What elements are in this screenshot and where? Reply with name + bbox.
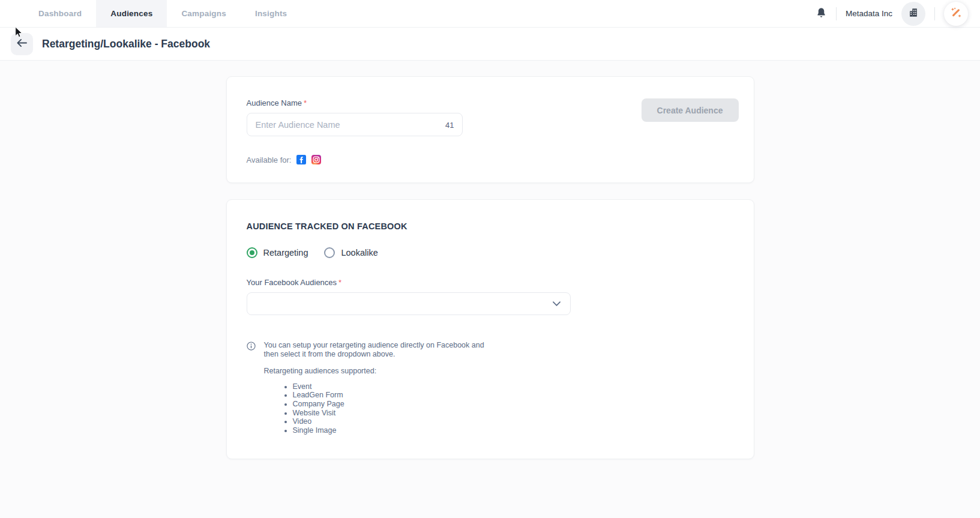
audience-name-field: Audience Name* 41 Available for: bbox=[247, 98, 463, 164]
audience-name-label: Audience Name* bbox=[247, 98, 463, 107]
list-item: Single Image bbox=[293, 426, 499, 435]
audience-name-card: Audience Name* 41 Available for: bbox=[226, 76, 754, 183]
audience-tracked-card: AUDIENCE TRACKED ON FACEBOOK Retargeting… bbox=[226, 199, 754, 459]
back-arrow-icon bbox=[16, 38, 28, 49]
top-navigation: Dashboard Audiences Campaigns Insights M… bbox=[0, 0, 980, 28]
available-for-row: Available for: bbox=[247, 155, 463, 164]
info-text: You can setup your retargeting audience … bbox=[264, 341, 499, 435]
building-icon bbox=[907, 7, 919, 20]
create-audience-button[interactable]: Create Audience bbox=[642, 98, 739, 122]
page-header: Retargeting/Lookalike - Facebook bbox=[0, 28, 980, 61]
facebook-audiences-label: Your Facebook Audiences* bbox=[247, 278, 734, 287]
magic-wand-icon bbox=[949, 6, 963, 21]
radio-retargeting-label: Retargeting bbox=[263, 248, 308, 257]
list-item: Website Visit bbox=[293, 409, 499, 418]
chevron-down-icon bbox=[553, 301, 561, 306]
radio-selected-icon bbox=[247, 247, 257, 258]
list-item: LeadGen Form bbox=[293, 391, 499, 400]
divider bbox=[836, 7, 837, 20]
required-asterisk: * bbox=[304, 98, 307, 107]
audience-type-radio-group: Retargeting Lookalike bbox=[247, 247, 734, 258]
list-item: Video bbox=[293, 417, 499, 426]
required-asterisk: * bbox=[338, 278, 341, 287]
char-counter: 41 bbox=[445, 120, 454, 129]
magic-wand-button[interactable] bbox=[944, 2, 968, 26]
divider bbox=[934, 7, 935, 20]
list-item: Company Page bbox=[293, 400, 499, 409]
tab-campaigns[interactable]: Campaigns bbox=[167, 0, 241, 27]
tab-audiences[interactable]: Audiences bbox=[96, 0, 167, 27]
company-name: Metadata Inc bbox=[846, 9, 892, 18]
supported-audiences-list: Event LeadGen Form Company Page Website … bbox=[264, 382, 499, 435]
radio-lookalike-label: Lookalike bbox=[341, 248, 377, 257]
radio-retargeting[interactable]: Retargeting bbox=[247, 247, 308, 258]
organization-button[interactable] bbox=[901, 2, 925, 26]
audience-name-input[interactable] bbox=[247, 113, 463, 136]
nav-right-controls: Metadata Inc bbox=[816, 0, 968, 27]
supported-heading: Retargeting audiences supported: bbox=[264, 367, 499, 376]
facebook-icon bbox=[296, 155, 306, 164]
bell-icon bbox=[816, 7, 827, 20]
notifications-button[interactable] bbox=[816, 7, 827, 20]
main-content: Audience Name* 41 Available for: bbox=[0, 61, 980, 459]
info-paragraph: You can setup your retargeting audience … bbox=[264, 341, 499, 358]
section-title: AUDIENCE TRACKED ON FACEBOOK bbox=[247, 221, 734, 231]
radio-unselected-icon bbox=[324, 247, 335, 258]
page-title: Retargeting/Lookalike - Facebook bbox=[42, 38, 210, 50]
back-button[interactable] bbox=[11, 33, 33, 55]
tab-insights[interactable]: Insights bbox=[241, 0, 301, 27]
main-nav-tabs: Dashboard Audiences Campaigns Insights bbox=[24, 0, 301, 27]
available-for-label: Available for: bbox=[247, 155, 292, 164]
tab-dashboard[interactable]: Dashboard bbox=[24, 0, 96, 27]
facebook-audiences-select[interactable] bbox=[247, 292, 571, 315]
info-block: You can setup your retargeting audience … bbox=[247, 341, 734, 435]
radio-lookalike[interactable]: Lookalike bbox=[324, 247, 377, 258]
instagram-icon bbox=[311, 155, 321, 164]
info-icon bbox=[247, 341, 256, 435]
facebook-audiences-field: Your Facebook Audiences* bbox=[247, 278, 734, 315]
list-item: Event bbox=[293, 382, 499, 391]
